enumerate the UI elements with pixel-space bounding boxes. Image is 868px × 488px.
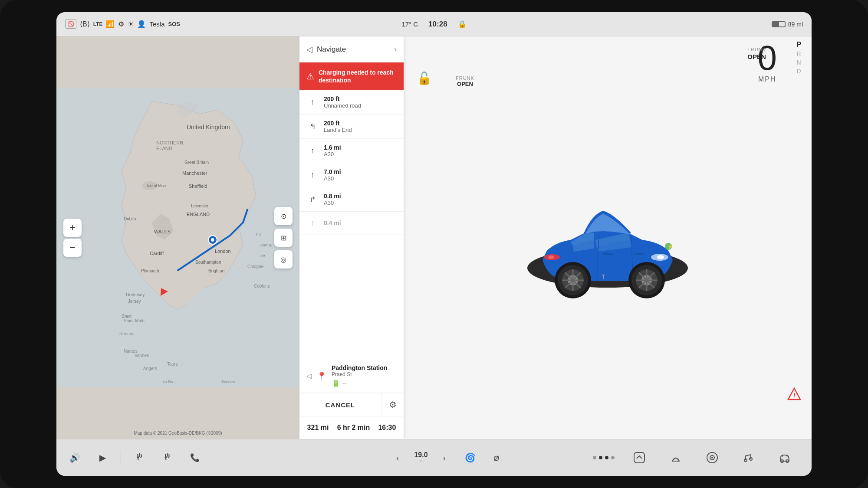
step-4-distance: 7.0 mi [324, 168, 397, 175]
dest-prev-icon[interactable]: ◁ [306, 372, 312, 380]
trip-duration: 6 hr 2 min [337, 424, 370, 432]
step-3-icon: ↑ [306, 145, 319, 157]
svg-point-42 [657, 255, 664, 259]
car-svg: ⚡ T [516, 173, 699, 303]
battery-level: 89 ml [788, 21, 803, 28]
route-step-1: ↑ 200 ft Unnamed road [299, 90, 404, 115]
svg-text:T: T [602, 273, 605, 280]
page-dot-1 [593, 456, 596, 459]
step-5-icon: ↱ [306, 193, 319, 206]
sos-label: SOS [168, 21, 180, 27]
map-compass-button[interactable]: ⊙ [274, 207, 293, 225]
destination-battery: 🔋 -- [332, 379, 397, 387]
trip-duration-value: 6 hr 2 min [337, 424, 370, 432]
trip-distance: 321 mi [307, 424, 329, 432]
scroll-up-button[interactable] [628, 446, 651, 469]
seat-heat-right-icon [162, 452, 172, 463]
car-button[interactable] [773, 446, 796, 469]
scroll-up-icon [633, 452, 645, 464]
map-controls: + − [63, 219, 82, 257]
dest-battery-icon: 🔋 [332, 379, 340, 387]
step-1-distance: 200 ft [324, 95, 397, 102]
battery-indicator: 89 ml [772, 21, 803, 28]
svg-text:Coblenz: Coblenz [254, 284, 270, 288]
map-layers-button[interactable]: ⊞ [274, 229, 293, 247]
svg-text:Rennes: Rennes [119, 331, 134, 336]
svg-text:Cologne: Cologne [247, 264, 264, 269]
nav-header[interactable]: ◁ Navigate › [299, 36, 404, 62]
warning-banner: ⚠ Charging needed to reach destination [299, 62, 404, 90]
phone-icon: 📞 [190, 453, 200, 462]
toolbar-center: ‹ 19.0 ° › 🌀 ⌀ [308, 448, 586, 467]
media-icon: ▶ [99, 452, 106, 463]
dest-battery-text: -- [343, 380, 346, 386]
svg-text:Sheffield: Sheffield [189, 183, 207, 189]
car-display: FRUNK OPEN [404, 36, 812, 439]
camera-button[interactable] [701, 446, 723, 469]
map-side-controls: ⊙ ⊞ ◎ [274, 207, 293, 269]
map-location-button[interactable]: ◎ [274, 250, 293, 269]
cancel-row: CANCEL ⚙ [299, 393, 404, 416]
nav-settings-icon: ⚙ [389, 400, 397, 410]
fan-right-button[interactable]: › [435, 448, 454, 467]
svg-rect-61 [603, 253, 613, 255]
svg-text:WALES: WALES [154, 229, 171, 234]
wiper-icon [670, 452, 682, 464]
media-button[interactable]: ▶ [93, 448, 112, 467]
temp-display: 19.0 ° [414, 451, 427, 464]
svg-text:Saint-Malo: Saint-Malo [124, 318, 145, 323]
fan-left-icon: ‹ [396, 453, 399, 463]
trip-arrival: 16:30 [378, 424, 396, 432]
svg-text:Guernsey: Guernsey [126, 292, 145, 297]
phone-button[interactable]: 📞 [185, 448, 204, 467]
battery-bar [772, 21, 786, 27]
tesla-label: Tesla [149, 20, 164, 28]
step-4-road: A30 [324, 175, 397, 182]
navigate-label: Navigate [317, 45, 394, 54]
step-2-distance: 200 ft [324, 120, 397, 127]
bottom-toolbar: 🔊 ▶ 📞 [56, 439, 812, 476]
step-4-icon: ↑ [306, 169, 319, 181]
svg-text:Dublin: Dublin [124, 216, 136, 221]
map-background: United Kingdom NORTHERN ELAND Great Brit… [56, 36, 299, 439]
device-bezel: 🚫 ⟨B⟩ LTE 📶 ⚙ ☀ 👤 Tesla SOS 17° C 10:28 … [0, 0, 868, 488]
svg-text:nu: nu [256, 232, 261, 236]
svg-text:Cardiff: Cardiff [150, 251, 164, 256]
page-indicator [593, 456, 615, 459]
destination-pin-icon: 📍 [317, 371, 326, 381]
music-icon [742, 452, 754, 464]
route-steps: ↑ 200 ft Unnamed road ↰ 200 ft Land's En… [299, 90, 404, 359]
temperature-display: 17° C [401, 20, 418, 28]
frunk-label-area: FRUNK OPEN [456, 75, 474, 87]
zoom-out-button[interactable]: − [63, 239, 82, 257]
svg-text:ELAND: ELAND [156, 146, 172, 151]
toolbar-right [586, 446, 803, 469]
fan-button[interactable]: 🌀 [461, 448, 480, 467]
svg-text:NORTHERN: NORTHERN [156, 140, 183, 145]
settings-small-icon: ⚙ [118, 20, 124, 28]
seat-heat-left-button[interactable] [130, 448, 149, 467]
destination-address: Praed St [332, 371, 397, 377]
fan-left-button[interactable]: ‹ [388, 448, 407, 467]
cancel-button[interactable]: CANCEL [299, 393, 381, 416]
steering-heat-button[interactable]: ⌀ [487, 448, 506, 467]
route-step-6: ↑ 0.4 mi [299, 212, 404, 235]
temp-unit: ° [420, 459, 422, 464]
warning-text: Charging needed to reach destination [319, 69, 397, 84]
svg-text:Southampton: Southampton [195, 260, 221, 265]
bluetooth-icon: ⟨B⟩ [80, 20, 90, 28]
nav-settings-button[interactable]: ⚙ [381, 393, 404, 416]
wiper-button[interactable] [664, 446, 687, 469]
volume-button[interactable]: 🔊 [65, 448, 84, 467]
toolbar-divider-1 [121, 451, 121, 464]
svg-text:Isle of Man: Isle of Man [147, 183, 166, 188]
zoom-in-button[interactable]: + [63, 219, 82, 237]
alert-icon: ! [787, 387, 801, 404]
route-step-2: ↰ 200 ft Land's End [299, 115, 404, 139]
lock-icon: 🔒 [458, 20, 467, 28]
seat-heat-right-button[interactable] [158, 448, 177, 467]
volume-icon: 🔊 [69, 452, 80, 463]
step-3-info: 1.6 mi A30 [324, 144, 397, 157]
music-button[interactable] [737, 446, 760, 469]
step-1-road: Unnamed road [324, 102, 397, 109]
